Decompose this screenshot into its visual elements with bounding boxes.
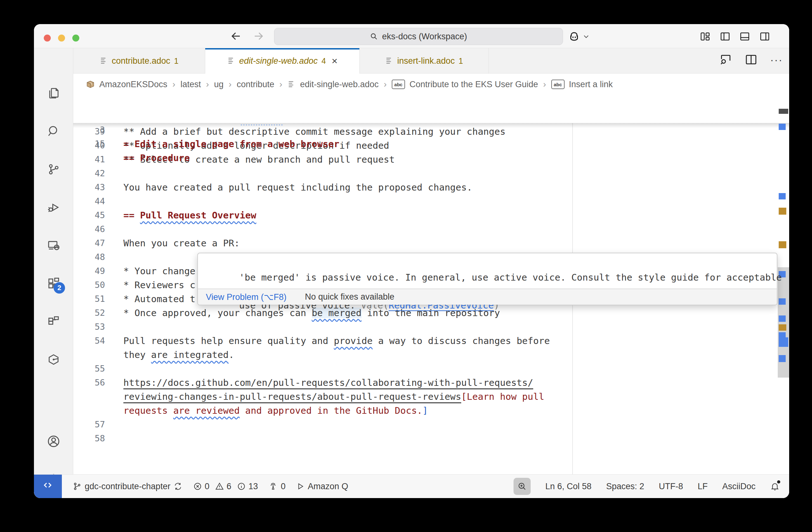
view-problem-link[interactable]: View Problem (⌥F8): [206, 292, 287, 302]
breadcrumb-item-file[interactable]: edit-single-web.adoc: [300, 79, 379, 89]
branch-name: gdc-contribute-chapter: [85, 482, 170, 491]
breadcrumb-item-contribute[interactable]: contribute: [237, 79, 274, 89]
close-tab-icon[interactable]: ×: [332, 56, 337, 66]
remote-explorer-icon[interactable]: [42, 233, 66, 257]
breadcrumb-item-symbol-2[interactable]: Insert a link: [569, 79, 613, 89]
line-number[interactable]: 51: [73, 292, 105, 306]
toggle-primary-sidebar-icon[interactable]: [719, 30, 731, 43]
line-number[interactable]: 57: [73, 417, 105, 431]
breadcrumb-separator: ›: [228, 79, 232, 89]
overview-mark: [779, 355, 786, 362]
language-mode[interactable]: AsciiDoc: [722, 482, 756, 491]
warning-icon: [215, 482, 224, 491]
overview-mark: [779, 193, 786, 200]
code-line[interactable]: 43You have created a pull request includ…: [73, 180, 778, 194]
line-number[interactable]: 46: [73, 222, 105, 236]
close-window-button[interactable]: [44, 34, 51, 42]
customize-layout-icon[interactable]: [699, 30, 711, 43]
run-debug-icon[interactable]: [42, 195, 66, 219]
maximize-window-button[interactable]: [72, 34, 79, 42]
open-preview-icon[interactable]: [719, 53, 733, 66]
play-icon: [296, 482, 304, 490]
line-number[interactable]: 48: [73, 250, 105, 264]
code-line[interactable]: requests are reviewed and approved in th…: [73, 403, 778, 417]
source-control-icon[interactable]: [42, 157, 66, 181]
breadcrumb-item-ug[interactable]: ug: [214, 79, 223, 89]
breadcrumb-item-latest[interactable]: latest: [180, 79, 201, 89]
info-count: 13: [248, 482, 258, 491]
partial-squiggle: [241, 124, 282, 125]
code-line[interactable]: 46: [73, 222, 778, 236]
indentation[interactable]: Spaces: 2: [606, 482, 644, 491]
remote-indicator-button[interactable]: [34, 475, 62, 498]
ports-item[interactable]: 0: [269, 482, 286, 491]
tab-insert-link-adoc[interactable]: insert-link.adoc 1: [360, 48, 489, 74]
git-branch-item[interactable]: gdc-contribute-chapter: [73, 482, 183, 491]
toggle-secondary-sidebar-icon[interactable]: [759, 30, 771, 43]
command-center-search[interactable]: eks-docs (Workspace): [274, 28, 563, 45]
code-line[interactable]: 54Pull requests help ensure quality and …: [73, 334, 778, 348]
line-number[interactable]: 54: [73, 334, 105, 348]
line-number[interactable]: 58: [73, 431, 105, 445]
code-line[interactable]: 55: [73, 362, 778, 376]
line-number[interactable]: 44: [73, 194, 105, 208]
code-text: requests are reviewed and approved in th…: [124, 403, 428, 417]
sticky-line[interactable]: 3 = Edit a single page from a web browse…: [73, 95, 789, 109]
code-line[interactable]: 45== Pull Request Overview: [73, 208, 778, 222]
code-line[interactable]: reviewing-changes-in-pull-requests/about…: [73, 390, 778, 403]
extensions-icon[interactable]: 2: [42, 271, 66, 295]
line-number[interactable]: 56: [73, 376, 105, 390]
titlebar: eks-docs (Workspace): [34, 24, 789, 48]
code-text: == Pull Request Overview: [124, 208, 256, 222]
breadcrumb-item-symbol-1[interactable]: Contribute to the EKS User Guide: [409, 79, 538, 89]
minimize-window-button[interactable]: [58, 34, 65, 42]
back-arrow-icon[interactable]: [230, 30, 242, 43]
cursor-position[interactable]: Ln 6, Col 58: [545, 482, 592, 491]
code-line[interactable]: 56https://docs.github.com/en/pull-reques…: [73, 376, 778, 390]
forward-arrow-icon[interactable]: [252, 30, 265, 43]
toggle-panel-icon[interactable]: [739, 30, 751, 43]
hex-extension-icon[interactable]: [42, 348, 66, 372]
tab-problem-count: 1: [174, 56, 178, 65]
explorer-icon[interactable]: [42, 81, 66, 105]
code-text: * Reviewers c: [124, 278, 195, 292]
line-number[interactable]: 49: [73, 264, 105, 278]
code-line[interactable]: 58: [73, 431, 778, 445]
line-number[interactable]: 53: [73, 320, 105, 334]
tab-contribute-adoc[interactable]: contribute.adoc 1: [73, 48, 205, 74]
amazon-q-item[interactable]: Amazon Q: [296, 482, 348, 491]
line-number[interactable]: 52: [73, 306, 105, 320]
notifications-bell-icon[interactable]: [770, 482, 780, 491]
zoom-indicator[interactable]: [513, 478, 531, 495]
warning-count: 6: [227, 482, 231, 491]
eol-sequence[interactable]: LF: [697, 482, 708, 491]
line-number[interactable]: 43: [73, 180, 105, 194]
account-icon[interactable]: [42, 429, 66, 453]
code-text: * Automated t: [124, 292, 195, 306]
chevron-down-icon[interactable]: [581, 30, 591, 43]
line-number[interactable]: 50: [73, 278, 105, 292]
split-editor-icon[interactable]: [744, 53, 758, 66]
code-line[interactable]: 42: [73, 166, 778, 180]
sticky-heading: == Procedure: [124, 151, 190, 165]
sticky-line[interactable]: 15 == Procedure: [73, 109, 789, 123]
breadcrumb-item-root[interactable]: AmazonEKSDocs: [99, 79, 168, 89]
problems-item[interactable]: 0 6 13: [193, 482, 258, 491]
search-sidebar-icon[interactable]: [42, 119, 66, 143]
hierarchy-view-icon[interactable]: [42, 309, 66, 334]
code-line[interactable]: they are integrated.: [73, 348, 778, 362]
breadcrumb: AmazonEKSDocs › latest › ug › contribute…: [73, 74, 789, 95]
line-number[interactable]: 45: [73, 208, 105, 222]
tab-edit-single-web-adoc-active[interactable]: edit-single-web.adoc 4 ×: [205, 48, 360, 74]
ports-count: 0: [281, 482, 286, 491]
code-line[interactable]: 57: [73, 417, 778, 431]
line-number[interactable]: 42: [73, 166, 105, 180]
more-actions-icon[interactable]: ···: [769, 53, 783, 66]
adoc-file-icon: [100, 57, 108, 65]
copilot-icon[interactable]: [568, 30, 580, 43]
encoding[interactable]: UTF-8: [659, 482, 683, 491]
code-line[interactable]: 44: [73, 194, 778, 208]
line-number[interactable]: 47: [73, 236, 105, 250]
line-number[interactable]: 55: [73, 362, 105, 376]
code-line[interactable]: 47When you create a PR:: [73, 236, 778, 250]
